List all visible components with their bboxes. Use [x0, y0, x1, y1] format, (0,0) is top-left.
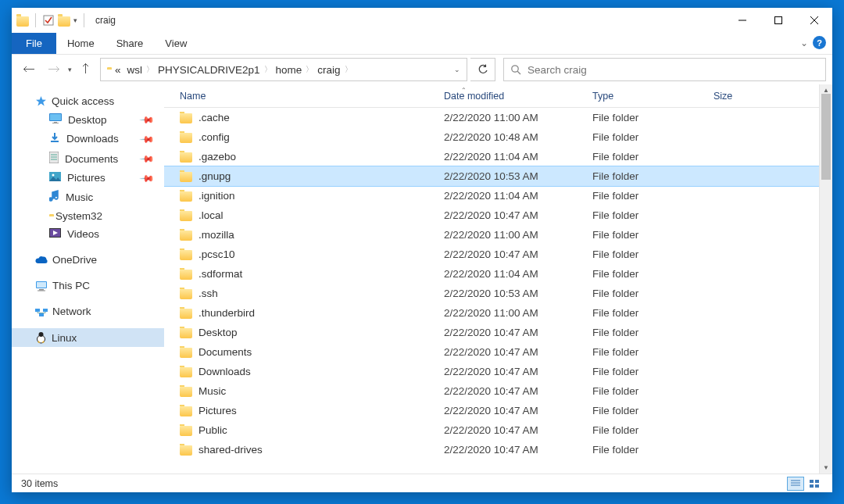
table-row[interactable]: .cache 2/22/2020 11:00 AM File folder — [164, 108, 832, 127]
column-size[interactable]: Size — [707, 91, 781, 102]
refresh-button[interactable] — [470, 58, 495, 81]
sidebar-item-desktop[interactable]: Desktop 📌 — [12, 110, 164, 129]
address-bar[interactable]: « wsl 〉 PHYSICALDRIVE2p1 〉 home 〉 craig … — [100, 58, 467, 81]
breadcrumb-part-2[interactable]: home — [273, 63, 306, 77]
sidebar-linux-label: Linux — [52, 332, 77, 344]
details-view-button[interactable] — [787, 477, 804, 491]
minimize-button[interactable] — [724, 9, 760, 32]
folder-icon — [180, 191, 192, 202]
breadcrumb-part-1[interactable]: PHYSICALDRIVE2p1 — [155, 63, 263, 77]
svg-rect-26 — [39, 313, 44, 316]
search-box[interactable] — [503, 58, 826, 81]
sidebar-item-label: Music — [66, 191, 93, 203]
sidebar-this-pc[interactable]: This PC — [12, 277, 164, 295]
address-dropdown[interactable]: ⌄ — [448, 66, 467, 73]
thumbnails-view-button[interactable] — [806, 477, 823, 491]
breadcrumb-sep[interactable]: 〉 — [305, 64, 314, 75]
table-row[interactable]: .ignition 2/22/2020 11:04 AM File folder — [164, 186, 832, 206]
file-type: File folder — [586, 327, 707, 338]
table-row[interactable]: .gazebo 2/22/2020 11:04 AM File folder — [164, 147, 832, 166]
file-date: 2/22/2020 10:47 AM — [438, 424, 586, 436]
table-row[interactable]: .sdformat 2/22/2020 11:04 AM File folder — [164, 264, 832, 284]
app-folder-icon — [16, 14, 29, 27]
tab-home[interactable]: Home — [56, 33, 106, 54]
search-input[interactable] — [528, 64, 819, 76]
qa-folder-icon[interactable] — [58, 14, 70, 27]
table-row[interactable]: shared-drives 2/22/2020 10:47 AM File fo… — [164, 440, 832, 459]
pin-icon: 📌 — [139, 170, 156, 186]
main-area: Quick access Desktop 📌 Downloads 📌 Docum… — [12, 84, 832, 474]
sidebar-item-documents[interactable]: Documents 📌 — [12, 148, 164, 169]
tab-view[interactable]: View — [154, 33, 198, 54]
table-row[interactable]: .config 2/22/2020 10:48 AM File folder — [164, 127, 832, 147]
sidebar-item-pictures[interactable]: Pictures 📌 — [12, 169, 164, 187]
pin-icon: 📌 — [139, 112, 156, 128]
breadcrumb-prefix[interactable]: « — [112, 63, 124, 77]
file-type: File folder — [586, 190, 707, 202]
file-type: File folder — [586, 405, 707, 416]
column-date-modified[interactable]: Date modified — [438, 91, 586, 102]
table-row[interactable]: Desktop 2/22/2020 10:47 AM File folder — [164, 323, 832, 342]
sidebar-network[interactable]: Network — [12, 302, 164, 320]
breadcrumb-part-0[interactable]: wsl — [124, 63, 146, 77]
table-row[interactable]: .pcsc10 2/22/2020 10:47 AM File folder — [164, 245, 832, 264]
table-row[interactable]: Music 2/22/2020 10:47 AM File folder — [164, 381, 832, 401]
sidebar-item-videos[interactable]: Videos — [12, 225, 164, 243]
svg-rect-23 — [38, 290, 45, 291]
qa-dropdown-icon[interactable]: ▾ — [73, 16, 77, 24]
column-name[interactable]: Name — [164, 91, 438, 102]
scrollbar[interactable]: ▲ ▼ — [819, 84, 832, 474]
sidebar-item-label: Videos — [67, 228, 99, 240]
sidebar-linux[interactable]: Linux — [12, 328, 164, 347]
sidebar-item-music[interactable]: Music — [12, 187, 164, 207]
table-row[interactable]: Downloads 2/22/2020 10:47 AM File folder — [164, 362, 832, 381]
table-row[interactable]: .ssh 2/22/2020 10:53 AM File folder — [164, 284, 832, 303]
table-row[interactable]: .thunderbird 2/22/2020 11:00 AM File fol… — [164, 303, 832, 323]
window-title: craig — [95, 15, 116, 26]
maximize-button[interactable] — [760, 9, 796, 32]
breadcrumb-part-3[interactable]: craig — [314, 63, 343, 77]
title-separator — [35, 13, 36, 27]
close-button[interactable] — [796, 9, 832, 32]
svg-rect-21 — [37, 282, 46, 288]
scroll-thumb[interactable] — [821, 94, 831, 180]
network-icon — [35, 306, 48, 317]
sidebar-item-system32[interactable]: System32 — [12, 207, 164, 225]
music-icon — [49, 190, 59, 204]
file-name: .ignition — [198, 190, 235, 202]
tab-file[interactable]: File — [12, 33, 56, 54]
table-row[interactable]: .gnupg 2/22/2020 10:53 AM File folder — [164, 166, 832, 186]
file-name: Documents — [198, 346, 252, 358]
sidebar-this-pc-label: This PC — [52, 280, 90, 291]
ribbon-chevron-icon[interactable]: ⌄ — [800, 38, 808, 48]
sidebar-onedrive[interactable]: OneDrive — [12, 251, 164, 269]
table-row[interactable]: .mozilla 2/22/2020 11:00 AM File folder — [164, 225, 832, 245]
file-name: shared-drives — [198, 444, 263, 456]
sidebar-onedrive-label: OneDrive — [52, 254, 97, 266]
table-row[interactable]: Public 2/22/2020 10:47 AM File folder — [164, 420, 832, 440]
qa-save-icon[interactable] — [42, 14, 55, 27]
nav-up-button[interactable]: 🡑 — [75, 59, 97, 80]
table-row[interactable]: Pictures 2/22/2020 10:47 AM File folder — [164, 401, 832, 420]
sidebar-item-downloads[interactable]: Downloads 📌 — [12, 129, 164, 148]
folder-icon — [180, 172, 192, 182]
file-name: Public — [198, 424, 227, 436]
column-type[interactable]: Type — [586, 91, 707, 102]
nav-pane[interactable]: Quick access Desktop 📌 Downloads 📌 Docum… — [12, 84, 164, 474]
tab-share[interactable]: Share — [106, 33, 155, 54]
breadcrumb-sep[interactable]: 〉 — [145, 64, 155, 75]
nav-history-dropdown[interactable]: ▾ — [68, 66, 72, 73]
breadcrumb-sep[interactable]: 〉 — [344, 64, 353, 75]
svg-rect-24 — [35, 309, 40, 312]
file-date: 2/22/2020 10:47 AM — [438, 327, 586, 338]
file-list[interactable]: .cache 2/22/2020 11:00 AM File folder .c… — [164, 108, 832, 474]
table-row[interactable]: .local 2/22/2020 10:47 AM File folder — [164, 206, 832, 225]
sidebar-quick-access[interactable]: Quick access — [12, 92, 164, 110]
table-row[interactable]: Documents 2/22/2020 10:47 AM File folder — [164, 342, 832, 362]
scroll-down-icon[interactable]: ▼ — [820, 462, 832, 474]
nav-back-button[interactable]: 🡐 — [18, 59, 40, 80]
svg-rect-25 — [43, 309, 48, 312]
help-button[interactable]: ? — [813, 36, 826, 49]
nav-forward-button[interactable]: 🡒 — [43, 59, 65, 80]
breadcrumb-sep[interactable]: 〉 — [263, 64, 273, 75]
